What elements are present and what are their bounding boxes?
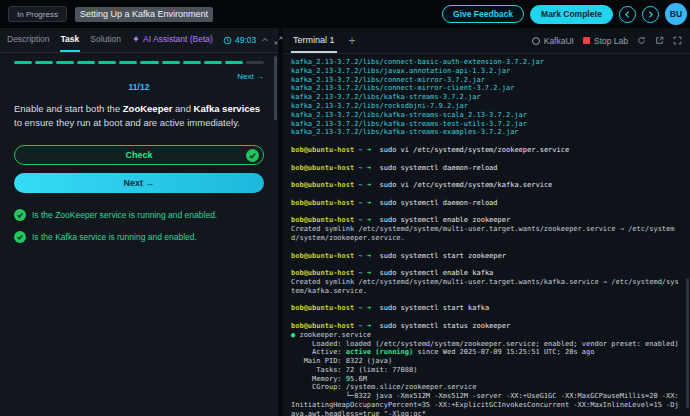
progress-segment[interactable] [140,61,158,64]
terminal-line: kafka_2.13-3.7.2/libs/connect-mirror-cli… [291,84,680,93]
next-page-link[interactable]: Next → [237,72,264,81]
terminal-line: bob@ubuntu-host ~ ➜ sudo systemctl enabl… [291,269,680,278]
checklist-item: Is the ZooKeeper service is running and … [14,209,264,221]
new-terminal-button[interactable]: + [349,35,356,47]
check-circle-icon [14,209,26,221]
check-button[interactable]: Check [14,145,264,165]
terminal-header-right: KafkaUI Stop Lab [532,28,682,53]
progress-segment[interactable] [225,61,243,64]
progress-segment[interactable] [246,61,264,64]
stop-lab-button[interactable]: Stop Lab [583,36,628,46]
check-circle-icon [14,231,26,243]
tab-ai-assistant-beta[interactable]: AI Assistant (Beta) [131,28,214,52]
chevron-right-icon [646,10,655,19]
kafka-ui-button[interactable]: KafkaUI [532,36,574,46]
chevron-left-icon [623,10,632,19]
progress-segment[interactable] [35,61,53,64]
terminal-line: bob@ubuntu-host ~ ➜ sudo systemctl start… [291,252,680,261]
app-window: In Progress Setting Up a Kafka Environme… [0,0,690,416]
terminal-line: Main PID: 8322 (java) [291,357,680,366]
terminal-line: bob@ubuntu-host ~ ➜ sudo systemctl daemo… [291,199,680,208]
terminal-line: Tasks: 72 (limit: 77088) [291,366,680,375]
next-button[interactable]: Next → [14,173,264,193]
terminal-line [291,190,680,199]
check-success-icon [246,149,259,162]
progress-segment[interactable] [56,61,74,64]
progress-segment[interactable] [14,61,32,64]
terminal-line [291,172,680,181]
terminal-scrollbar[interactable] [686,278,689,408]
terminal-line [291,137,680,146]
terminal-line [291,296,680,305]
progress-segment[interactable] [77,61,95,64]
progress-segment[interactable] [119,61,137,64]
terminal-line: CGroup: /system.slice/zookeeper.service [291,383,680,392]
kafka-ui-label: KafkaUI [544,36,574,46]
terminal-line: kafka_2.13-3.7.2/libs/kafka-streams-scal… [291,111,680,120]
terminal-line: bob@ubuntu-host ~ ➜ sudo systemctl start… [291,304,680,313]
topbar: In Progress Setting Up a Kafka Environme… [0,0,690,28]
terminal-line: Active: active (running) since Wed 2025-… [291,348,680,357]
terminal-line [291,208,680,217]
sparkle-icon [132,35,140,43]
tab-solution[interactable]: Solution [89,28,122,52]
terminal-tab-label: Terminal 1 [293,35,335,45]
terminal-line: bob@ubuntu-host ~ ➜ sudo vi /etc/systemd… [291,181,680,190]
progress-bar [14,61,264,64]
task-panel-scrollbar[interactable] [274,56,277,120]
terminal-panel: Terminal 1 + KafkaUI Stop Lab [283,28,690,416]
lab-timer: 49:03 [223,35,256,45]
timer-value: 49:03 [235,35,256,45]
task-panel-body: Next → 11/12 Enable and start both the Z… [0,53,278,416]
restart-terminal-icon[interactable] [637,36,646,45]
lab-title[interactable]: Setting Up a Kafka Environment [75,7,213,22]
terminal-line [291,243,680,252]
terminal-line: Created symlink /etc/systemd/system/mult… [291,278,680,296]
check-button-label: Check [125,150,152,160]
tab-description[interactable]: Description [6,28,51,52]
clock-icon [223,36,232,45]
expand-panel-icon[interactable] [274,36,283,45]
verification-checklist: Is the ZooKeeper service is running and … [14,209,264,243]
terminal-line: Loaded: loaded (/etc/systemd/system/zook… [291,340,680,349]
tabbar-right: 49:03 [223,28,283,52]
progress-segment[interactable] [183,61,201,64]
terminal-line: └─8322 java -Xmx512M -Xms512M -server -X… [291,392,680,416]
terminal-line [291,155,680,164]
terminal-output[interactable]: kafka_2.13-3.7.2/libs/connect-basic-auth… [283,54,690,416]
give-feedback-button[interactable]: Give Feedback [442,5,524,23]
terminal-line: Memory: 95.6M [291,375,680,384]
terminal-line: bob@ubuntu-host ~ ➜ sudo vi /etc/systemd… [291,146,680,155]
panel-tabbar: DescriptionTaskSolutionAI Assistant (Bet… [0,28,278,53]
task-panel: DescriptionTaskSolutionAI Assistant (Bet… [0,28,278,416]
prev-lab-button[interactable] [619,6,636,23]
terminal-line: kafka_2.13-3.7.2/libs/connect-basic-auth… [291,58,680,67]
progress-segment[interactable] [98,61,116,64]
terminal-line: bob@ubuntu-host ~ ➜ sudo systemctl daemo… [291,164,680,173]
terminal-line: kafka_2.13-3.7.2/libs/kafka-streams-test… [291,120,680,129]
progress-segment[interactable] [204,61,222,64]
terminal-line [291,260,680,269]
next-lab-button[interactable] [642,6,659,23]
main-split: DescriptionTaskSolutionAI Assistant (Bet… [0,28,690,416]
status-badge: In Progress [8,6,67,22]
open-external-icon[interactable] [655,36,664,45]
terminal-line: kafka_2.13-3.7.2/libs/javax.annotation-a… [291,67,680,76]
fullscreen-icon[interactable] [673,36,682,45]
user-avatar[interactable]: BU [665,3,687,25]
terminal-line: bob@ubuntu-host ~ ➜ sudo systemctl statu… [291,322,680,331]
terminal-line: kafka_2.13-3.7.2/libs/rocksdbjni-7.9.2.j… [291,102,680,111]
terminal-line: ● zookeeper.service [291,331,680,340]
page-indicator: 11/12 [14,82,264,92]
mark-complete-button[interactable]: Mark Complete [530,5,613,24]
kafka-ui-icon [532,37,540,45]
tab-task[interactable]: Task [60,28,81,52]
topbar-left: In Progress Setting Up a Kafka Environme… [8,6,213,22]
terminal-line: kafka_2.13-3.7.2/libs/kafka-streams-3.7.… [291,93,680,102]
panel-tabs: DescriptionTaskSolutionAI Assistant (Bet… [6,28,214,52]
terminal-tab[interactable]: Terminal 1 [291,28,337,53]
terminal-line [291,313,680,322]
terminal-line: Created symlink /etc/systemd/system/mult… [291,225,680,243]
chevron-up-icon[interactable] [261,36,269,44]
progress-segment[interactable] [162,61,180,64]
